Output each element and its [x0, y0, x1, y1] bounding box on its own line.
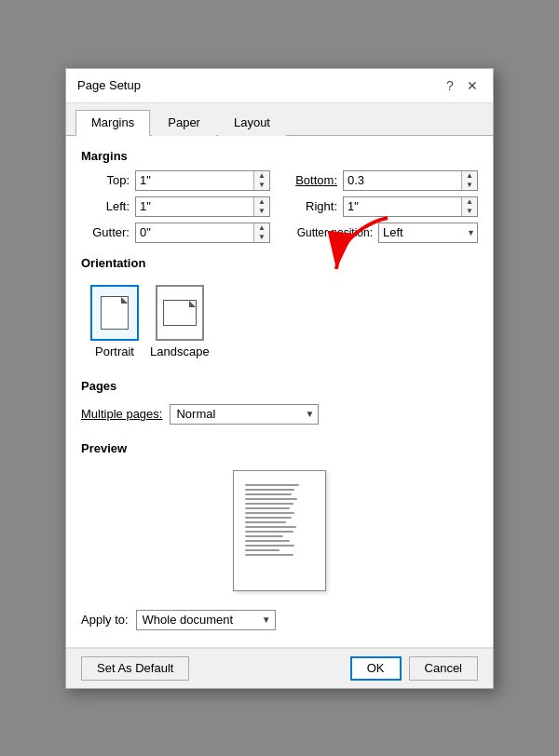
preview-line: [245, 493, 292, 495]
gutter-spinners: ▲ ▼: [253, 223, 269, 242]
gutter-input-wrapper: ▲ ▼: [135, 223, 270, 243]
pages-section: Pages Multiple pages: Normal Mirror marg…: [81, 379, 478, 428]
apply-select-wrapper: Whole document This section This point f…: [136, 610, 276, 630]
bottom-input[interactable]: [344, 171, 461, 190]
ok-button[interactable]: OK: [350, 656, 402, 681]
margins-left-col: Top: ▲ ▼ Left: ▲ ▼: [81, 170, 270, 243]
dialog-title: Page Setup: [77, 78, 141, 92]
preview-line: [245, 498, 297, 500]
bottom-spin-up[interactable]: ▲: [462, 171, 477, 181]
portrait-corner: [121, 297, 128, 304]
margins-section-label: Margins: [81, 149, 478, 163]
bottom-label: Bottom:: [289, 173, 337, 187]
tab-paper[interactable]: Paper: [152, 110, 216, 136]
right-input-wrapper: ▲ ▼: [343, 196, 478, 217]
top-spin-up[interactable]: ▲: [254, 171, 269, 181]
field-gutter: Gutter: ▲ ▼: [81, 223, 270, 243]
dialog-content: Margins Top: ▲ ▼ Left:: [66, 136, 493, 647]
portrait-label: Portrait: [95, 344, 134, 358]
title-bar-right: ? ✕: [441, 76, 482, 95]
multiple-pages-select[interactable]: Normal Mirror margins 2 pages per sheet …: [170, 405, 318, 424]
preview-line: [245, 531, 293, 533]
preview-line: [245, 503, 293, 505]
preview-box: [81, 463, 478, 597]
field-gutter-position: Gutter position: Left Top ▼: [289, 223, 478, 243]
portrait-page-doc: [101, 296, 129, 330]
tab-margins[interactable]: Margins: [75, 110, 150, 136]
margins-fields: Top: ▲ ▼ Left: ▲ ▼: [81, 170, 478, 243]
preview-line: [245, 540, 290, 542]
set-as-default-button[interactable]: Set As Default: [81, 656, 189, 681]
left-spin-up[interactable]: ▲: [254, 197, 269, 207]
landscape-corner: [189, 301, 196, 307]
portrait-icon: [90, 285, 139, 341]
gutter-label: Gutter:: [81, 225, 130, 239]
gutter-spin-up[interactable]: ▲: [254, 223, 269, 233]
top-label: Top:: [81, 173, 130, 187]
right-spin-up[interactable]: ▲: [462, 197, 477, 207]
field-left: Left: ▲ ▼: [81, 196, 270, 217]
apply-label: Apply to:: [81, 613, 129, 627]
landscape-page-doc: [163, 300, 197, 326]
right-spinners: ▲ ▼: [461, 197, 477, 216]
left-input-wrapper: ▲ ▼: [135, 196, 270, 217]
preview-lines: [234, 471, 325, 569]
gutter-input[interactable]: [136, 223, 253, 242]
preview-line: [245, 535, 283, 537]
top-spinners: ▲ ▼: [253, 171, 269, 190]
tab-bar: Margins Paper Layout: [66, 103, 493, 136]
pages-row: Multiple pages: Normal Mirror margins 2 …: [81, 400, 478, 428]
preview-label: Preview: [81, 441, 478, 455]
gutter-position-select[interactable]: Left Top: [379, 223, 477, 242]
title-bar: Page Setup ? ✕: [66, 69, 493, 103]
bottom-spin-down[interactable]: ▼: [462, 181, 477, 190]
landscape-icon: [156, 285, 204, 341]
multiple-pages-label: Multiple pages:: [81, 407, 162, 421]
field-bottom: Bottom: ▲ ▼: [289, 170, 478, 191]
orientation-options: Portrait Landscape: [81, 277, 478, 366]
gutter-position-label: Gutter position:: [289, 226, 373, 239]
close-button[interactable]: ✕: [463, 76, 482, 95]
pages-label: Pages: [81, 379, 478, 393]
preview-line: [245, 517, 292, 519]
top-input[interactable]: [136, 171, 253, 190]
gutter-spin-down[interactable]: ▼: [254, 233, 269, 242]
preview-line: [245, 545, 294, 547]
preview-line: [245, 549, 280, 551]
footer-left: Set As Default: [81, 656, 189, 681]
right-input[interactable]: [344, 197, 461, 216]
field-top: Top: ▲ ▼: [81, 170, 270, 191]
title-bar-left: Page Setup: [77, 78, 141, 92]
right-label: Right:: [289, 199, 337, 213]
preview-line: [245, 507, 290, 509]
cancel-button[interactable]: Cancel: [409, 656, 478, 681]
margins-right-col: Bottom: ▲ ▼ Right: ▲: [289, 170, 478, 243]
orientation-portrait[interactable]: Portrait: [90, 285, 139, 358]
left-input[interactable]: [136, 197, 253, 216]
preview-page: [233, 470, 326, 591]
apply-select[interactable]: Whole document This section This point f…: [137, 611, 275, 629]
left-spinners: ▲ ▼: [253, 197, 269, 216]
orientation-section: Orientation Portrait: [81, 256, 478, 366]
preview-line: [245, 521, 286, 523]
orientation-landscape[interactable]: Landscape: [150, 285, 210, 358]
left-label: Left:: [81, 199, 130, 213]
right-spin-down[interactable]: ▼: [462, 207, 477, 216]
preview-line: [245, 554, 293, 556]
bottom-spinners: ▲ ▼: [461, 171, 477, 190]
top-input-wrapper: ▲ ▼: [135, 170, 270, 191]
preview-line: [245, 489, 294, 491]
top-spin-down[interactable]: ▼: [254, 181, 269, 190]
tab-layout[interactable]: Layout: [218, 110, 286, 136]
help-button[interactable]: ?: [441, 76, 459, 95]
preview-section: Preview: [81, 441, 478, 597]
apply-row: Apply to: Whole document This section Th…: [81, 606, 478, 638]
gutter-position-select-wrapper: Left Top ▼: [378, 223, 478, 243]
page-setup-dialog: Page Setup ? ✕ Margins Paper Layout: [65, 68, 494, 689]
dialog-footer: Set As Default OK Cancel: [66, 648, 493, 688]
preview-line: [245, 526, 296, 528]
footer-right: OK Cancel: [350, 656, 478, 681]
field-right: Right: ▲ ▼: [289, 196, 478, 217]
multiple-pages-select-wrapper: Normal Mirror margins 2 pages per sheet …: [170, 404, 319, 425]
left-spin-down[interactable]: ▼: [254, 207, 269, 216]
